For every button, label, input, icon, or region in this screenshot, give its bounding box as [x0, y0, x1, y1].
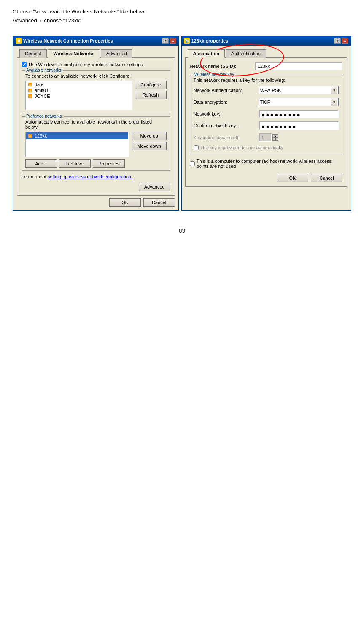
- preferred-networks-group: Preferred networks: Automatically connec…: [22, 116, 170, 171]
- list-item-joyce: 📶 JOYCE: [26, 93, 132, 99]
- tab-wireless-networks[interactable]: Wireless Networks: [48, 49, 100, 58]
- refresh-button[interactable]: Refresh: [135, 91, 167, 99]
- network-key-input[interactable]: ●●●●●●●●●: [259, 110, 339, 118]
- add-button[interactable]: Add...: [25, 159, 57, 168]
- titlebar-left: 🖥 Wireless Network Connection Properties: [16, 38, 113, 44]
- data-enc-row: Data encryption: TKIP ▼: [194, 98, 339, 106]
- network-name-label: Network name (SSID):: [190, 64, 255, 69]
- network-name-input[interactable]: 123kk: [255, 62, 342, 70]
- network-auth-arrow[interactable]: ▼: [331, 86, 337, 94]
- use-windows-checkbox-row: Use Windows to configure my wireless net…: [22, 62, 170, 67]
- network-key-dots: ●●●●●●●●●: [262, 111, 301, 118]
- spinner-up[interactable]: ▲: [272, 134, 278, 138]
- remove-button[interactable]: Remove: [59, 159, 91, 168]
- learn-section: Learn about setting up wireless network …: [22, 174, 170, 179]
- preferred-networks-list[interactable]: 📶 123kk: [25, 132, 129, 157]
- dialog2-close-button[interactable]: ✕: [342, 38, 348, 44]
- help-button[interactable]: ?: [162, 38, 169, 44]
- confirm-key-input[interactable]: ●●●●●●●●: [259, 121, 339, 130]
- wireless-key-note: This network requires a key for the foll…: [194, 78, 339, 83]
- network-name-row: Network name (SSID): 123kk: [190, 62, 342, 70]
- network-auth-select[interactable]: WPA-PSK ▼: [259, 86, 339, 94]
- list-item-amit01: 📶 amit01: [26, 87, 132, 93]
- key-index-label: Key index (advanced):: [194, 135, 259, 140]
- dialog1-titlebar: 🖥 Wireless Network Connection Properties…: [13, 36, 178, 46]
- close-button[interactable]: ✕: [170, 38, 176, 44]
- learn-link[interactable]: setting up wireless network configuratio…: [48, 174, 132, 179]
- network-auth-row: Network Authentication: WPA-PSK ▼: [194, 86, 339, 94]
- configure-button[interactable]: Configure: [135, 81, 167, 89]
- dialog2-ok-cancel: OK Cancel: [190, 174, 342, 182]
- properties-button[interactable]: Properties: [93, 159, 125, 168]
- network-icon-amit01: 📶: [28, 88, 33, 93]
- auto-key-checkbox[interactable]: [194, 145, 199, 150]
- dialog1-ok-button[interactable]: OK: [109, 198, 141, 207]
- available-networks-list[interactable]: 📶 dale 📶 amit01 📶 JOYCE: [25, 81, 132, 110]
- key-index-spinner[interactable]: ▲ ▼: [272, 134, 278, 141]
- page-number: 83: [13, 228, 351, 234]
- data-enc-select[interactable]: TKIP ▼: [259, 98, 339, 106]
- network-key-label: Network key:: [194, 111, 259, 116]
- preferred-network-icon: 📶: [28, 133, 33, 138]
- dialog1-content: General Wireless Networks Advanced Use W…: [13, 46, 178, 210]
- available-group-title: Available networks:: [25, 68, 63, 73]
- available-buttons: Configure Refresh: [135, 81, 167, 110]
- dialog1-cancel-button[interactable]: Cancel: [143, 198, 175, 207]
- dialog1-icon: 🖥: [16, 38, 22, 44]
- network-auth-value: WPA-PSK: [260, 88, 331, 93]
- confirm-key-dots: ●●●●●●●●: [262, 123, 297, 130]
- dialog2-help-button[interactable]: ?: [334, 38, 341, 44]
- adhoc-label: This is a computer-to-computer (ad hoc) …: [197, 159, 342, 169]
- intro-line1: Choose “View available Wireless Networks…: [13, 8, 351, 15]
- dialog-wireless-properties: 🖥 Wireless Network Connection Properties…: [13, 36, 179, 211]
- network-icon-joyce: 📶: [28, 94, 33, 99]
- dialog2-cancel-button[interactable]: Cancel: [311, 174, 342, 182]
- wireless-key-title: Wireless network key: [194, 72, 235, 77]
- move-down-button[interactable]: Move down: [132, 142, 166, 150]
- spinner-down[interactable]: ▼: [272, 138, 278, 141]
- dialog2-content: Association Authentication Network name …: [182, 46, 351, 190]
- tab-row: General Wireless Networks Advanced: [17, 49, 175, 57]
- tab-association[interactable]: Association: [188, 49, 225, 58]
- network-key-row: Network key: ●●●●●●●●●: [194, 110, 339, 118]
- tab-panel-wireless: Use Windows to configure my wireless net…: [17, 57, 175, 196]
- dialog2-tab-row: Association Authentication: [185, 49, 347, 57]
- dialog2-ok-button[interactable]: OK: [277, 174, 308, 182]
- advanced-button[interactable]: Advanced: [139, 183, 170, 191]
- tab-general[interactable]: General: [19, 49, 47, 58]
- adhoc-row: This is a computer-to-computer (ad hoc) …: [190, 159, 342, 169]
- intro-line2: Advanced→ choose “123kk”: [13, 17, 351, 24]
- data-enc-label: Data encryption:: [194, 100, 259, 105]
- dialog2-titlebar: 📡 123kk properties ? ✕: [182, 36, 351, 46]
- available-networks-group: Available networks: To connect to an ava…: [22, 70, 170, 113]
- use-windows-checkbox[interactable]: [22, 62, 27, 67]
- dialog1-bottom-buttons: Advanced: [22, 183, 170, 191]
- dialog2-icon: 📡: [184, 38, 190, 44]
- use-windows-label: Use Windows to configure my wireless net…: [29, 62, 143, 67]
- key-index-row: Key index (advanced): 1 ▲ ▼: [194, 133, 339, 142]
- learn-text: Learn about: [22, 174, 46, 179]
- data-enc-value: TKIP: [260, 100, 331, 105]
- dialog-123kk-properties: 📡 123kk properties ? ✕ Association Authe…: [181, 36, 351, 211]
- data-enc-arrow[interactable]: ▼: [331, 98, 337, 106]
- confirm-key-row: Confirm network key: ●●●●●●●●: [194, 121, 339, 130]
- dialog2-titlebar-left: 📡 123kk properties: [184, 38, 228, 44]
- preferred-item-123kk: 📶 123kk: [26, 132, 128, 139]
- network-auth-label: Network Authentication:: [194, 88, 259, 93]
- preferred-group-title: Preferred networks:: [25, 114, 64, 119]
- key-index-input: 1: [259, 133, 272, 142]
- dialog2-title: 123kk properties: [191, 38, 228, 43]
- move-up-button[interactable]: Move up: [132, 132, 166, 140]
- confirm-key-label: Confirm network key:: [194, 123, 259, 128]
- tab-advanced[interactable]: Advanced: [101, 49, 132, 58]
- adhoc-checkbox[interactable]: [190, 161, 195, 166]
- preferred-buttons: Move up Move down: [132, 132, 166, 150]
- list-item-dale: 📶 dale: [26, 81, 132, 87]
- tab-authentication[interactable]: Authentication: [226, 49, 266, 58]
- available-instruction: To connect to an available network, clic…: [25, 73, 167, 78]
- dialog2-titlebar-buttons: ? ✕: [334, 38, 348, 44]
- tab-panel-association: Network name (SSID): 123kk Wireless netw…: [185, 57, 347, 187]
- network-icon-dale: 📶: [28, 82, 33, 87]
- titlebar-buttons: ? ✕: [162, 38, 176, 44]
- auto-key-row: The key is provided for me automatically: [194, 145, 339, 150]
